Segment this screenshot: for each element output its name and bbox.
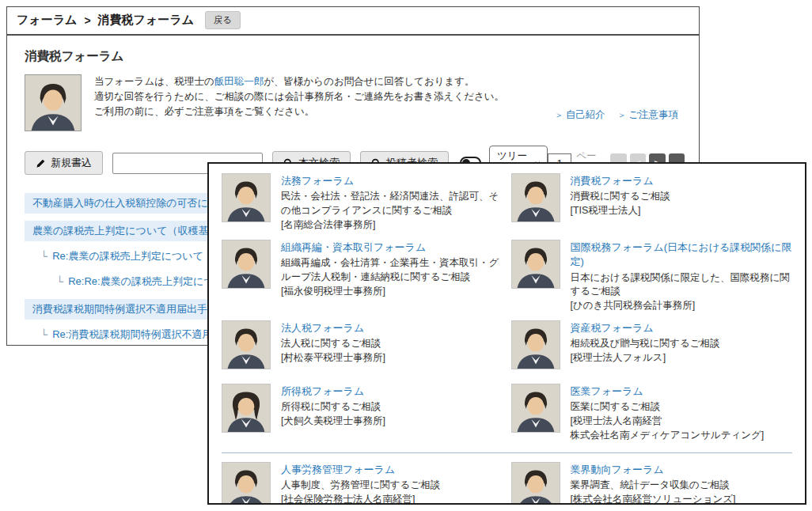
new-post-button[interactable]: 新規書込	[25, 151, 103, 175]
forum-title-link[interactable]: 資産税フォーラム	[571, 321, 720, 335]
portrait-avatar-icon	[512, 240, 560, 288]
portrait-avatar-icon	[512, 463, 560, 505]
intro-line-3: ご利用の前に、必ずご注意事項をご覧ください。	[94, 104, 504, 119]
thread-link[interactable]: 農業の課税売上判定について（収穫基準）	[32, 225, 230, 237]
forum-directory-grid: 法務フォーラム 民法・会社法・登記法・経済関連法、許認可、その他コンプライアンス…	[222, 173, 792, 505]
self-introduction-link[interactable]: 自己紹介	[566, 109, 605, 120]
tree-branch-icon: └	[40, 250, 47, 262]
forum-card: 医業フォーラム 医業に関するご相談 [税理士法人名南経営 株式会社名南メディケア…	[511, 384, 793, 443]
forum-title-link[interactable]: 業界動向フォーラム	[571, 463, 736, 477]
breadcrumb-separator: >	[84, 14, 90, 27]
forum-title-link[interactable]: 法務フォーラム	[281, 174, 503, 188]
portrait-avatar-icon	[222, 240, 270, 288]
forum-card: 業界動向フォーラム 業界調査、統計データ収集のご相談 [株式会社名南経営ソリュー…	[511, 462, 793, 505]
forum-title-link[interactable]: 医業フォーラム	[571, 384, 765, 399]
forum-description: 日本における課税関係に限定した、国際税務に関するご相談	[571, 272, 790, 297]
forum-card: 法務フォーラム 民法・会社法・登記法・経済関連法、許認可、その他コンプライアンス…	[222, 173, 503, 233]
forum-card: 資産税フォーラム 相続税及び贈与税に関するご相談 [税理士法人フォルス]	[511, 320, 793, 377]
forum-description: 相続税及び贈与税に関するご相談	[571, 338, 720, 349]
portrait-avatar-icon	[512, 174, 560, 221]
forum-office: [村松泰平税理士事務所]	[281, 351, 385, 365]
thread-link[interactable]: 消費税課税期間特例選択不適用届出手続	[32, 303, 218, 315]
forum-directory-panel: 法務フォーラム 民法・会社法・登記法・経済関連法、許認可、その他コンプライアンス…	[207, 162, 806, 505]
forum-description: 所得税に関するご相談	[281, 401, 381, 412]
portrait-avatar-icon	[512, 384, 560, 432]
thread-link[interactable]: 不動産購入時の仕入税額控除の可否につい	[32, 197, 230, 209]
forum-description: 民法・会社法・登記法・経済関連法、許認可、その他コンプライアンスに関するご相談	[281, 191, 499, 216]
forum-card: 消費税フォーラム 消費税に関するご相談 [TIS税理士法人]	[511, 173, 793, 233]
forum-title-link[interactable]: 所得税フォーラム	[281, 384, 385, 399]
forum-description: 法人税に関するご相談	[281, 338, 381, 349]
forum-photo	[222, 320, 271, 369]
forum-office: [TIS税理士法人]	[571, 204, 670, 218]
portrait-avatar-icon	[222, 463, 270, 505]
forum-photo	[222, 173, 271, 222]
portrait-avatar-icon	[222, 321, 270, 369]
forum-photo	[222, 384, 271, 433]
forum-photo	[511, 173, 560, 222]
forum-title-link[interactable]: 国際税務フォーラム(日本における課税関係に限定)	[571, 240, 793, 270]
portrait-avatar-icon	[222, 174, 270, 221]
forum-title-link[interactable]: 人事労務管理フォーラム	[281, 463, 440, 477]
forum-card: 所得税フォーラム 所得税に関するご相談 [犬飼久美税理士事務所]	[222, 384, 503, 443]
forum-photo	[511, 240, 560, 289]
forum-card: 法人税フォーラム 法人税に関するご相談 [村松泰平税理士事務所]	[222, 320, 503, 377]
forum-photo	[511, 320, 560, 369]
back-button[interactable]: 戻る	[205, 11, 241, 29]
forum-office: [福永俊明税理士事務所]	[281, 285, 503, 299]
forum-office: [社会保険労務士法人名南経営]	[281, 493, 440, 505]
forum-office: [株式会社名南経営ソリューションズ]	[571, 493, 736, 505]
tree-branch-icon: └	[40, 328, 47, 340]
forum-description: 組織再編成・会社清算・企業再生・資本取引・グループ法人税制・連結納税に関するご相…	[281, 257, 499, 282]
forum-photo	[511, 384, 560, 433]
forum-card: 人事労務管理フォーラム 人事制度、労務管理に関するご相談 [社会保険労務士法人名…	[222, 462, 503, 505]
breadcrumb: フォーラム > 消費税フォーラム 戻る	[7, 7, 699, 36]
portrait-avatar-icon	[222, 384, 270, 432]
forum-office: [犬飼久美税理士事務所]	[281, 414, 385, 429]
forum-title-link[interactable]: 組織再編・資本取引フォーラム	[281, 240, 503, 255]
section-divider	[222, 452, 792, 453]
forum-photo	[222, 240, 271, 289]
pencil-icon	[36, 158, 46, 168]
moderator-profile: 当フォーラムは、税理士の飯田聡一郎が、皆様からのお問合せに回答しております。 適…	[25, 74, 681, 131]
forum-photo	[222, 462, 271, 505]
forum-intro-text: 当フォーラムは、税理士の飯田聡一郎が、皆様からのお問合せに回答しております。 適…	[94, 74, 504, 131]
forum-title-link[interactable]: 法人税フォーラム	[281, 321, 385, 335]
moderator-name-link[interactable]: 飯田聡一郎	[214, 76, 264, 87]
forum-description: 医業に関するご相談	[571, 401, 661, 412]
forum-office: [名南総合法律事務所]	[281, 218, 503, 233]
page-title: 消費税フォーラム	[25, 48, 699, 65]
intro-line-2: 適切な回答を行うために、ご相談の際には会計事務所名・ご連絡先をお書き添えください…	[94, 89, 504, 104]
breadcrumb-root[interactable]: フォーラム	[17, 13, 77, 28]
forum-description: 業界調査、統計データ収集のご相談	[571, 479, 730, 490]
forum-description: 人事制度、労務管理に関するご相談	[281, 479, 440, 490]
thread-link[interactable]: Re:消費税課税期間特例選択不適用届	[52, 328, 222, 340]
forum-office: [ひのき共同税務会計事務所]	[571, 299, 793, 313]
moderator-photo	[25, 74, 82, 131]
forum-office: [税理士法人フォルス]	[571, 351, 720, 365]
tree-branch-icon: └	[56, 275, 63, 287]
intro-line-1: 当フォーラムは、税理士の飯田聡一郎が、皆様からのお問合せに回答しております。	[94, 74, 504, 89]
portrait-avatar-icon	[25, 75, 81, 131]
forum-card: 国際税務フォーラム(日本における課税関係に限定) 日本における課税関係に限定した…	[511, 240, 793, 313]
portrait-avatar-icon	[512, 321, 560, 369]
forum-description: 消費税に関するご相談	[571, 191, 670, 202]
forum-card: 組織再編・資本取引フォーラム 組織再編成・会社清算・企業再生・資本取引・グループ…	[222, 240, 503, 313]
chevron-marker-icon: ＞	[617, 110, 626, 119]
notice-link[interactable]: ご注意事項	[628, 109, 678, 120]
breadcrumb-current: 消費税フォーラム	[98, 13, 194, 28]
forum-office: [税理士法人名南経営 株式会社名南メディケアコンサルティング]	[571, 414, 765, 443]
forum-title-link[interactable]: 消費税フォーラム	[571, 174, 670, 188]
chevron-marker-icon: ＞	[555, 110, 563, 119]
forum-photo	[511, 462, 560, 505]
info-links: ＞自己紹介 ＞ご注意事項	[545, 108, 678, 122]
